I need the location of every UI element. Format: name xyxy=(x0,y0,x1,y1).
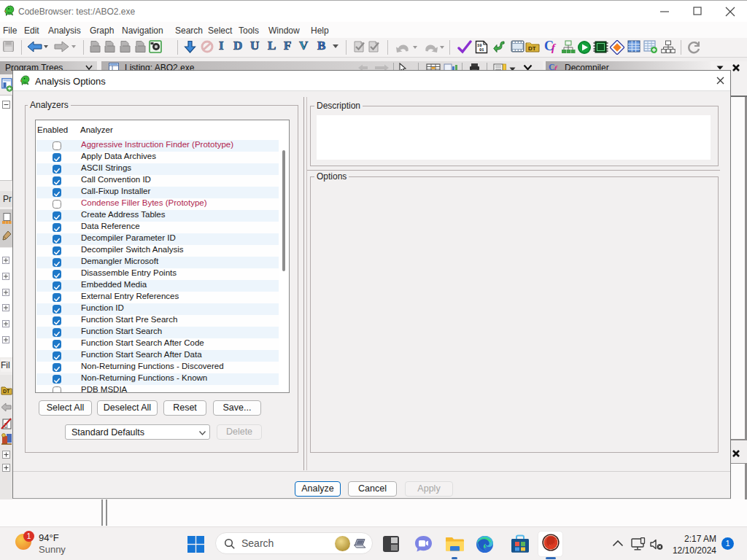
svg-text:01: 01 xyxy=(479,47,484,52)
svg-text:DT: DT xyxy=(528,45,536,52)
svg-text:DT: DT xyxy=(3,389,10,394)
